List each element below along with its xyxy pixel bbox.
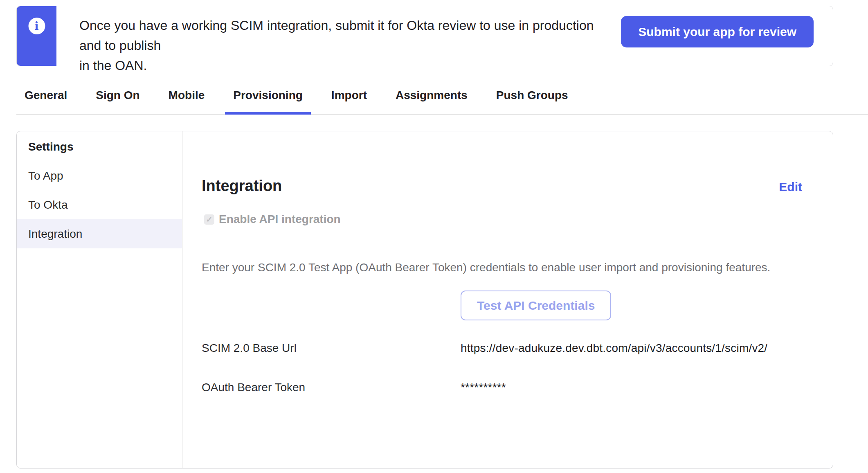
tab-mobile[interactable]: Mobile (160, 84, 213, 115)
oauth-bearer-token-label: OAuth Bearer Token (202, 381, 461, 394)
sidebar-header-settings: Settings (17, 132, 182, 161)
info-banner: i Once you have a working SCIM integrati… (16, 6, 833, 66)
oauth-bearer-token-row: OAuth Bearer Token ********** (202, 381, 802, 394)
sidebar-item-to-okta[interactable]: To Okta (17, 190, 182, 219)
oauth-bearer-token-value: ********** (461, 381, 506, 394)
enable-api-integration-checkbox: ✓ (204, 214, 214, 225)
credentials-description: Enter your SCIM 2.0 Test App (OAuth Bear… (202, 261, 802, 274)
integration-header: Integration Edit (202, 177, 802, 195)
banner-message-line-2: in the OAN. (79, 56, 605, 76)
app-tabs: General Sign On Mobile Provisioning Impo… (16, 84, 868, 115)
tab-import[interactable]: Import (323, 84, 375, 115)
scim-base-url-value: https://dev-adukuze.dev.dbt.com/api/v3/a… (461, 342, 767, 355)
banner-accent-block: i (17, 6, 56, 66)
test-api-credentials-button[interactable]: Test API Credentials (461, 291, 611, 320)
banner-message-line-1: Once you have a working SCIM integration… (79, 16, 605, 56)
sidebar-item-integration[interactable]: Integration (17, 219, 182, 248)
tab-push-groups[interactable]: Push Groups (488, 84, 576, 115)
scim-base-url-row: SCIM 2.0 Base Url https://dev-adukuze.de… (202, 342, 802, 355)
banner-message: Once you have a working SCIM integration… (56, 6, 621, 66)
provisioning-panel: Settings To App To Okta Integration Inte… (16, 131, 833, 468)
tab-general[interactable]: General (16, 84, 75, 115)
integration-section: Integration Edit ✓ Enable API integratio… (182, 131, 833, 468)
scim-base-url-label: SCIM 2.0 Base Url (202, 342, 461, 355)
settings-sidebar: Settings To App To Okta Integration (17, 131, 182, 468)
enable-api-integration-label: Enable API integration (219, 213, 341, 226)
info-icon: i (28, 18, 45, 34)
edit-link[interactable]: Edit (779, 180, 802, 194)
sidebar-item-to-app[interactable]: To App (17, 161, 182, 190)
tab-assignments[interactable]: Assignments (387, 84, 476, 115)
tab-provisioning[interactable]: Provisioning (225, 84, 311, 115)
enable-api-integration-row: ✓ Enable API integration (204, 213, 802, 226)
tab-sign-on[interactable]: Sign On (88, 84, 148, 115)
submit-app-for-review-button[interactable]: Submit your app for review (621, 16, 814, 47)
page-title: Integration (202, 177, 282, 195)
